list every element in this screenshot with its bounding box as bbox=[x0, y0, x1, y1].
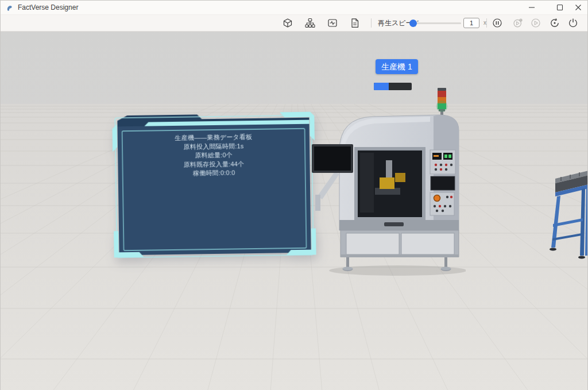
step-play-icon[interactable] bbox=[513, 18, 523, 28]
scene-viewport[interactable]: 生産機——業務データ看板 原料投入間隔時間:1s 原料総量:0个 原料既存投入量… bbox=[1, 32, 587, 390]
hierarchy-icon[interactable] bbox=[305, 18, 315, 28]
app-window: FactVerse Designer 再生スピード bbox=[0, 0, 588, 390]
power-icon[interactable] bbox=[568, 18, 578, 28]
speed-input[interactable] bbox=[463, 18, 479, 28]
toolbar-divider bbox=[371, 18, 372, 28]
production-machine[interactable] bbox=[311, 87, 466, 276]
toolbar-divider-2 bbox=[486, 18, 487, 28]
machine-progress-bar bbox=[374, 83, 412, 90]
app-logo-icon bbox=[6, 4, 13, 11]
play-icon[interactable] bbox=[531, 18, 541, 28]
pause-icon[interactable] bbox=[492, 18, 502, 28]
document-icon[interactable] bbox=[350, 18, 360, 28]
signal-tower-icon bbox=[436, 88, 448, 118]
reset-icon[interactable] bbox=[550, 18, 560, 28]
window-title: FactVerse Designer bbox=[18, 3, 78, 11]
close-button[interactable] bbox=[568, 1, 588, 14]
cube-icon[interactable] bbox=[283, 18, 293, 28]
machine-label[interactable]: 生産機 1 bbox=[376, 59, 418, 74]
script-icon[interactable] bbox=[327, 18, 338, 28]
kanban-text: 生産機——業務データ看板 原料投入間隔時間:1s 原料総量:0个 原料既存投入量… bbox=[113, 132, 315, 179]
machine-progress-fill bbox=[374, 83, 389, 90]
minimize-button[interactable] bbox=[520, 1, 543, 14]
speed-slider[interactable] bbox=[409, 15, 461, 31]
kanban-board[interactable]: 生産機——業務データ看板 原料投入間隔時間:1s 原料総量:0个 原料既存投入量… bbox=[112, 111, 316, 262]
title-bar: FactVerse Designer bbox=[1, 1, 587, 15]
speed-slider-track[interactable] bbox=[412, 22, 461, 24]
toolbar: 再生スピード x bbox=[1, 15, 587, 32]
conveyor[interactable] bbox=[548, 169, 587, 264]
speed-slider-thumb[interactable] bbox=[409, 20, 417, 27]
